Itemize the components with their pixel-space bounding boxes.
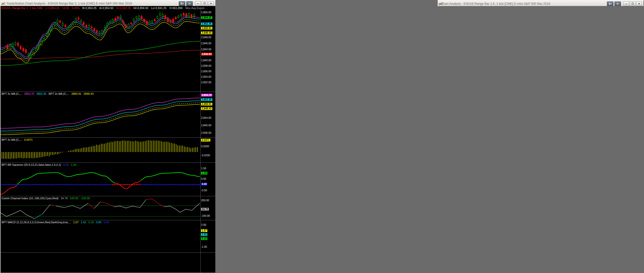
chart-canvas-macd[interactable] <box>1 220 200 252</box>
axis-label: -1.00 <box>201 245 207 248</box>
price-badge: 2,849.43 <box>201 32 212 34</box>
price-badge: 2,849.43 <box>201 107 212 110</box>
i-button[interactable]: I▾ <box>186 1 193 6</box>
minimize-button[interactable]: — <box>623 2 629 6</box>
axis-label: 2,838.00 <box>201 64 211 67</box>
panel-label-text: -100.00 <box>81 197 90 200</box>
status-segment: B=2,854.25 <box>82 6 97 10</box>
chart-canvas-hist[interactable] <box>1 138 200 162</box>
panel-label-text: 1.04 <box>71 163 76 166</box>
chart-canvas-squeeze[interactable] <box>1 162 200 196</box>
close-button[interactable]: ✕ <box>636 2 642 6</box>
panel-label-text: 2850.91 <box>71 92 81 95</box>
price-badge: 2,850.91 <box>201 27 212 30</box>
chevron-down-icon: ▾ <box>611 3 612 5</box>
panel-label: BPT 2x MA (C,...0.0471 <box>2 138 35 141</box>
panel-label-text: BPT 2x MA (C,... <box>2 138 22 141</box>
panel-label-text: BPT MACD (2,12,26,9,3,3,3,Green,Red,Dark… <box>2 221 71 224</box>
titlebar-buttons: S▾I▾—❐✕ <box>607 2 643 6</box>
status-segment: 13.00 <box>62 6 69 10</box>
close-button[interactable]: ✕ <box>208 1 214 6</box>
minimize-button[interactable]: — <box>195 1 201 6</box>
panel-label-text: 0.00 <box>96 221 101 224</box>
panel-label-text: BPT 2x MA (C,... <box>49 92 69 95</box>
desktop: TradeStation Chart Analysis - ESH18 Rang… <box>0 0 644 273</box>
status-segment: Lo=2,841.25 <box>151 6 166 10</box>
status-segment: V=451,890 <box>169 6 183 10</box>
chevron-down-icon: ▾ <box>190 3 191 4</box>
s-button[interactable]: S▾ <box>179 1 185 6</box>
indicator-panel-squeeze[interactable] <box>1 162 200 196</box>
axis-label: 2,836.00 <box>201 70 211 73</box>
chart-canvas-candles[interactable] <box>1 10 200 92</box>
panel-label-text: 1.41 <box>81 221 86 224</box>
axis-label: 0.50 <box>201 177 206 180</box>
indicator-panel-candles[interactable] <box>1 10 200 92</box>
price-badge: 2,854.25 <box>201 16 212 19</box>
restore-button[interactable]: ❐ <box>630 2 635 6</box>
panel-label-text: 1.57 <box>73 221 78 224</box>
title-bar[interactable]: TradeStation Chart Analysis - ESH18 Rang… <box>1 0 215 6</box>
panel-separator <box>1 92 215 92</box>
axis-label: 2,840.00 <box>201 59 211 62</box>
panel-label-text: 2852.35 <box>36 92 46 95</box>
panel-label-text: 2849.43 <box>84 92 94 95</box>
status-bar: ESH18 - Range Bar 2, 1 tick CMEL=2,854.2… <box>1 6 215 10</box>
axis-label: 2,844.00 <box>201 48 211 51</box>
axis-label: 2,846.00 <box>201 42 211 45</box>
window-buttons: —❐✕ <box>623 2 642 6</box>
s-button[interactable]: S▾ <box>607 2 613 6</box>
axis-label: 2,840.00 <box>201 124 211 127</box>
price-badge: 1.57 <box>201 229 207 232</box>
panel-label-text: BPT BR Squeeze (20,9,13,21,false,false,1… <box>2 163 61 166</box>
chevron-down-icon: ▾ <box>618 3 619 5</box>
axis-label: 2.00 <box>201 223 206 226</box>
price-badge: 0.00 <box>201 183 207 186</box>
status-segment: Hi=2,856.50 <box>133 6 148 10</box>
panel-label-text: BPT 2x MA (C,... <box>2 92 22 95</box>
price-badge: 2,850.91 <box>201 103 212 106</box>
status-segment: O=2,842.25 <box>116 6 131 10</box>
price-badge: 2,852.35 <box>201 98 212 101</box>
price-badge: 34.79 <box>201 208 209 210</box>
panel-label-text: Comm Channel Index (10,-100,100,Cyan,Red… <box>2 197 58 200</box>
restore-button[interactable]: ❐ <box>202 1 207 6</box>
background-window-titlebar[interactable]: TradeStation Chart Analysis - ESH18 Rang… <box>438 0 644 6</box>
indicator-panel-malines[interactable] <box>1 92 200 138</box>
price-badge: 0.0471 <box>201 139 210 142</box>
axis-label: 200.00 <box>201 199 209 202</box>
chart-canvas-malines[interactable] <box>1 92 200 138</box>
status-segment: A=2,854.50 <box>99 6 113 10</box>
axis-label: 2,848.00 <box>201 36 211 39</box>
i-button[interactable]: I▾ <box>614 2 621 6</box>
axis-label: 2,832.00 <box>201 81 211 84</box>
panel-separator <box>1 252 215 253</box>
axis-label: -0.50 <box>201 189 207 192</box>
axis-label: 1.50 <box>201 167 206 170</box>
panel-label-text: 34.79 <box>61 197 68 200</box>
panel-label: BPT 2x MA (C,...2853.702852.35BPT 2x MA … <box>2 92 96 95</box>
window-title: TradeStation Chart Analysis - ESH18 Rang… <box>7 2 132 5</box>
axis-label: 2,856.00 <box>201 11 211 14</box>
axis-label: 0.0200 <box>201 145 209 148</box>
window-buttons: —❐✕ <box>195 1 214 6</box>
panel-label-text: 0.16 <box>88 221 94 224</box>
axis-label: -100.00 <box>201 214 210 217</box>
chart-area: 2,856.002,854.252,852.352,850.912,849.43… <box>1 10 215 272</box>
background-window-title: TradeStation Chart Analysis - ESH18 Rang… <box>438 2 550 6</box>
panel-label: BPT BR Squeeze (20,9,13,21,false,false,1… <box>2 163 79 166</box>
axis-label: 2,836.00 <box>201 131 211 134</box>
axis-label: 2,834.00 <box>201 75 211 78</box>
panel-label-text: 100.00 <box>70 197 78 200</box>
axis-label: 2,844.00 <box>201 116 211 119</box>
chart-window-range-bar-2: TradeStation Chart Analysis - ESH18 Rang… <box>0 0 216 273</box>
indicator-panel-hist[interactable] <box>1 138 200 162</box>
price-axis-line <box>200 10 201 272</box>
indicator-panel-macd[interactable] <box>1 220 200 252</box>
panel-label-text: 2853.70 <box>24 92 34 95</box>
axis-label: -0.0200 <box>201 154 210 157</box>
price-badge: 1.04 <box>201 172 207 174</box>
panel-label-text: 0.00 <box>63 163 69 166</box>
price-badge: 2,842.63 <box>201 53 212 56</box>
panel-separator <box>1 162 215 163</box>
